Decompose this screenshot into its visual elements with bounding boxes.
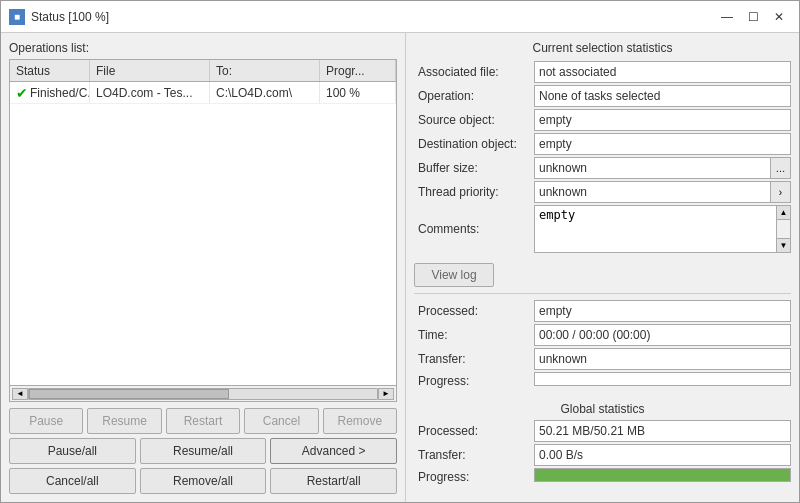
col-header-to: To: xyxy=(210,60,320,81)
thread-value-container: › xyxy=(534,181,791,203)
right-panel: Current selection statistics Associated … xyxy=(406,33,799,502)
restart-all-button[interactable]: Restart/all xyxy=(270,468,397,494)
btn-row-2: Pause/all Resume/all Advanced > xyxy=(9,438,397,464)
divider-1 xyxy=(414,293,791,294)
scroll-down-button[interactable]: ▼ xyxy=(777,238,790,252)
buffer-input[interactable] xyxy=(534,157,771,179)
global-progress-label: Progress: xyxy=(414,468,534,486)
col-header-status: Status xyxy=(10,60,90,81)
global-stats-grid: Processed: Transfer: Progress: xyxy=(414,420,791,486)
comments-container: ▲ ▼ xyxy=(534,205,791,253)
transfer-label: Transfer: xyxy=(414,348,534,370)
time-input[interactable] xyxy=(534,324,791,346)
pause-all-button[interactable]: Pause/all xyxy=(9,438,136,464)
cell-file: LO4D.com - Tes... xyxy=(90,82,210,103)
buffer-label: Buffer size: xyxy=(414,157,534,179)
associated-file-label: Associated file: xyxy=(414,61,534,83)
scroll-track[interactable] xyxy=(28,388,378,400)
title-controls: — ☐ ✕ xyxy=(715,7,791,27)
app-icon: ■ xyxy=(9,9,25,25)
main-window: ■ Status [100 %] — ☐ ✕ Operations list: … xyxy=(0,0,800,503)
processed-input[interactable] xyxy=(534,300,791,322)
advanced-button[interactable]: Advanced > xyxy=(270,438,397,464)
operation-input[interactable] xyxy=(534,85,791,107)
destination-value xyxy=(534,133,791,155)
view-log-button[interactable]: View log xyxy=(414,263,494,287)
close-button[interactable]: ✕ xyxy=(767,7,791,27)
operations-table: Status File To: Progr... ✔ xyxy=(9,59,397,402)
source-label: Source object: xyxy=(414,109,534,131)
scroll-thumb[interactable] xyxy=(29,389,229,399)
operation-value xyxy=(534,85,791,107)
global-transfer-label: Transfer: xyxy=(414,444,534,466)
resume-all-button[interactable]: Resume/all xyxy=(140,438,267,464)
btn-row-1: Pause Resume Restart Cancel Remove xyxy=(9,408,397,434)
global-processed-value xyxy=(534,420,791,442)
cell-to: C:\LO4D.com\ xyxy=(210,82,320,103)
global-statistics-title: Global statistics xyxy=(414,402,791,416)
global-progress-fill xyxy=(535,469,790,481)
global-transfer-value xyxy=(534,444,791,466)
btn-row-3: Cancel/all Remove/all Restart/all xyxy=(9,468,397,494)
pause-button[interactable]: Pause xyxy=(9,408,83,434)
horizontal-scrollbar[interactable]: ◄ ► xyxy=(10,385,396,401)
buttons-area: Pause Resume Restart Cancel Remove Pause… xyxy=(9,408,397,494)
associated-file-value xyxy=(534,61,791,83)
cell-progress: 100 % xyxy=(320,82,396,103)
table-header: Status File To: Progr... xyxy=(10,60,396,82)
table-body[interactable]: ✔ Finished/C... LO4D.com - Tes... C:\LO4… xyxy=(10,82,396,385)
destination-input[interactable] xyxy=(534,133,791,155)
comments-label: Comments: xyxy=(414,205,534,253)
time-label: Time: xyxy=(414,324,534,346)
thread-side-button[interactable]: › xyxy=(771,181,791,203)
source-input[interactable] xyxy=(534,109,791,131)
scroll-left-button[interactable]: ◄ xyxy=(12,388,28,400)
associated-file-input[interactable] xyxy=(534,61,791,83)
maximize-button[interactable]: ☐ xyxy=(741,7,765,27)
time-value xyxy=(534,324,791,346)
transfer-input[interactable] xyxy=(534,348,791,370)
comments-scrollbar[interactable]: ▲ ▼ xyxy=(777,205,791,253)
operations-list-label: Operations list: xyxy=(9,41,397,55)
cancel-button[interactable]: Cancel xyxy=(244,408,318,434)
col-header-file: File xyxy=(90,60,210,81)
main-content: Operations list: Status File To: Progr..… xyxy=(1,33,799,502)
cell-status: ✔ Finished/C... xyxy=(10,82,90,103)
operation-label: Operation: xyxy=(414,85,534,107)
scroll-up-button[interactable]: ▲ xyxy=(777,206,790,220)
global-processed-input[interactable] xyxy=(534,420,791,442)
table-row[interactable]: ✔ Finished/C... LO4D.com - Tes... C:\LO4… xyxy=(10,82,396,104)
global-transfer-input[interactable] xyxy=(534,444,791,466)
resume-button[interactable]: Resume xyxy=(87,408,161,434)
progress-label: Progress: xyxy=(414,372,534,390)
thread-input[interactable] xyxy=(534,181,771,203)
title-bar: ■ Status [100 %] — ☐ ✕ xyxy=(1,1,799,33)
current-stats-grid: Associated file: Operation: Source objec… xyxy=(414,61,791,253)
current-selection-title: Current selection statistics xyxy=(414,41,791,55)
remove-button[interactable]: Remove xyxy=(323,408,397,434)
cancel-all-button[interactable]: Cancel/all xyxy=(9,468,136,494)
left-panel: Operations list: Status File To: Progr..… xyxy=(1,33,406,502)
scroll-right-button[interactable]: ► xyxy=(378,388,394,400)
current-progress-bar xyxy=(534,372,791,386)
remove-all-button[interactable]: Remove/all xyxy=(140,468,267,494)
destination-label: Destination object: xyxy=(414,133,534,155)
restart-button[interactable]: Restart xyxy=(166,408,240,434)
col-header-progress: Progr... xyxy=(320,60,396,81)
global-processed-label: Processed: xyxy=(414,420,534,442)
title-bar-left: ■ Status [100 %] xyxy=(9,9,109,25)
transfer-value xyxy=(534,348,791,370)
window-title: Status [100 %] xyxy=(31,10,109,24)
check-icon: ✔ xyxy=(16,85,28,101)
processed-label: Processed: xyxy=(414,300,534,322)
comments-textarea[interactable] xyxy=(534,205,777,253)
processed-value xyxy=(534,300,791,322)
buffer-value-container: … xyxy=(534,157,791,179)
source-value xyxy=(534,109,791,131)
global-progress-bar xyxy=(534,468,791,482)
processed-stats-grid: Processed: Time: Transfer: Progress: xyxy=(414,300,791,390)
minimize-button[interactable]: — xyxy=(715,7,739,27)
thread-label: Thread priority: xyxy=(414,181,534,203)
buffer-side-button[interactable]: … xyxy=(771,157,791,179)
